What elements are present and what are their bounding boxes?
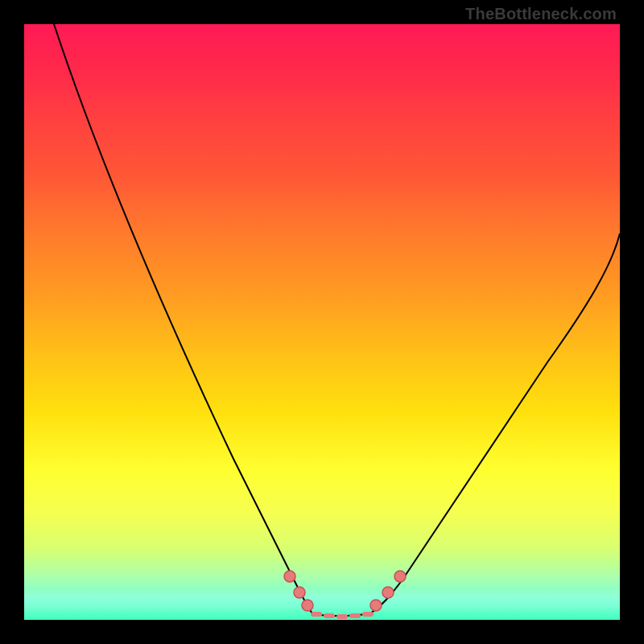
valley-segment — [349, 613, 361, 618]
marker-dot — [294, 587, 305, 598]
valley-segment — [311, 612, 322, 617]
valley-segment — [324, 613, 335, 618]
marker-dot — [302, 600, 313, 611]
marker-dot — [370, 600, 382, 611]
marker-dot — [394, 571, 406, 582]
valley-segment — [362, 612, 374, 617]
plot-area — [24, 24, 620, 620]
curve-left-branch — [54, 24, 312, 613]
valley-segment — [336, 614, 348, 619]
chart-frame: TheBottleneck.com — [0, 0, 644, 644]
valley-floor-marks — [311, 612, 374, 619]
marker-dots — [284, 571, 406, 611]
marker-dot — [382, 587, 394, 598]
marker-dot — [284, 571, 295, 582]
curve-right-branch — [370, 233, 620, 613]
bottleneck-curve — [24, 24, 620, 620]
watermark-text: TheBottleneck.com — [465, 5, 617, 23]
